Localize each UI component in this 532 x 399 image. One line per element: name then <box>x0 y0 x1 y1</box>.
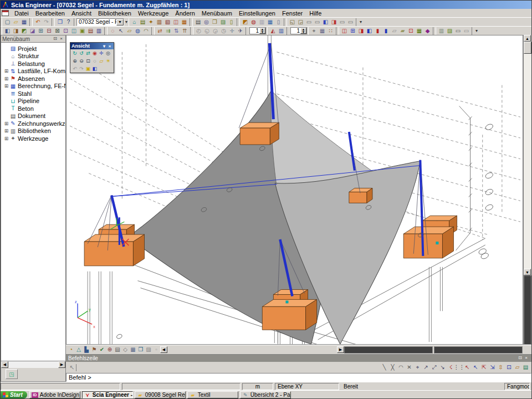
array-icon[interactable]: ◫ <box>70 27 78 35</box>
window-2-icon[interactable]: ▭ <box>313 18 321 26</box>
split-view-icon[interactable]: ◧ <box>321 18 330 26</box>
close-icon[interactable]: × <box>523 355 529 361</box>
menu-item[interactable]: Ansicht <box>68 9 95 17</box>
plane-1-icon[interactable]: ◴ <box>195 27 203 35</box>
undo-icon[interactable]: ↶ <box>34 18 42 26</box>
viewport-vertical-scrollbar[interactable]: ▲ ▼ <box>523 35 531 345</box>
print-icon[interactable]: ▤ <box>194 18 202 26</box>
wall-icon[interactable]: ▰ <box>398 27 407 35</box>
offset-icon[interactable]: ▣ <box>78 27 86 35</box>
menu-item[interactable]: Bibliotheken <box>95 9 135 17</box>
tree-item[interactable]: ⊞ ⚑ Absenzen <box>3 75 65 83</box>
calculator-icon[interactable]: ◩ <box>241 18 249 26</box>
levels-icon[interactable]: ▦ <box>266 18 274 26</box>
strip-scroll-left-icon[interactable]: ◀ <box>160 346 167 353</box>
snap-mid-icon[interactable]: ⤢ <box>430 364 438 371</box>
select-cursor-icon[interactable]: ↖ <box>117 27 125 35</box>
tree-item[interactable]: ⊞ ▦ Berechnung, FE-Netz <box>3 83 65 90</box>
perspective-icon[interactable]: ◧ <box>91 65 98 72</box>
move-copy-icon[interactable]: ⇄ <box>156 27 164 35</box>
mesh-icon[interactable]: ▦ <box>415 27 423 35</box>
status-unit[interactable]: m <box>242 383 273 390</box>
beam-4-icon[interactable]: ◧ <box>365 27 374 35</box>
expand-icon[interactable]: ⊞ <box>3 76 9 81</box>
snap-list-icon[interactable]: ▤ <box>521 364 530 371</box>
scale-icon[interactable]: ⊞ <box>37 27 45 35</box>
plane-3-icon[interactable]: ◶ <box>211 27 219 35</box>
tree-item[interactable]: ≣ Stahl <box>3 90 65 98</box>
plane-4-icon[interactable]: ◷ <box>219 27 228 35</box>
cascade-icon[interactable]: ▭ <box>338 18 346 26</box>
spinner-arrows-icon[interactable]: ▲▼ <box>259 28 265 34</box>
snap-k-icon[interactable]: ↖ <box>472 364 480 371</box>
expand-icon[interactable]: ⊞ <box>3 128 9 134</box>
toolbar-overflow-icon[interactable]: ▾ <box>124 19 129 24</box>
layers-icon[interactable]: ▤ <box>139 18 147 26</box>
tree-item[interactable]: ⊞ ✦ Werkzeuge <box>3 135 65 142</box>
zoom-dynamic-icon[interactable]: ◎ <box>105 50 111 57</box>
pan-icon[interactable]: ✛ <box>98 50 105 57</box>
database-icon[interactable]: ▧ <box>163 18 172 26</box>
dark-hscroll-thumb-2[interactable] <box>434 346 523 354</box>
mdi-child-icon[interactable] <box>2 10 9 16</box>
label-off-icon[interactable]: ▭ <box>462 27 470 35</box>
move-icon[interactable]: ◨ <box>12 27 20 35</box>
status-snap-mode[interactable]: Fangmodu <box>504 383 530 390</box>
window-icon[interactable]: ❐ <box>56 18 64 26</box>
tree-item[interactable]: ⊞ ⇅ Lastfälle, LF-Kombinatior <box>3 68 65 75</box>
spinner-arrows-icon[interactable]: ▲▼ <box>300 28 306 34</box>
scroll-up-icon[interactable]: ▲ <box>524 35 531 42</box>
menu-item[interactable]: Menübaum <box>198 9 236 17</box>
orbit-icon[interactable]: ◉ <box>91 50 98 57</box>
snap-perp-icon[interactable]: ↘ <box>438 364 447 371</box>
zoom-selection-icon[interactable]: ◌ <box>91 58 98 64</box>
duplicate-icon[interactable]: ⇉ <box>164 27 172 35</box>
beam-3-icon[interactable]: ◨ <box>357 27 365 35</box>
start-button[interactable]: Start <box>1 391 27 398</box>
scroll-down-icon[interactable]: ▼ <box>524 269 531 275</box>
polyline-tool-icon[interactable]: ╳ <box>388 364 397 371</box>
menu-item[interactable]: Werkzeuge <box>135 9 172 17</box>
expand-icon[interactable]: ⊞ <box>3 83 9 89</box>
support-icon[interactable]: ◆ <box>423 27 432 35</box>
tile-view-icon[interactable]: ◨ <box>330 18 338 26</box>
fillet-icon[interactable]: ▤ <box>86 27 95 35</box>
tree-item[interactable]: ▤ Dokument <box>3 112 65 120</box>
select-poly-icon[interactable]: ▱ <box>125 27 134 35</box>
snap-z-icon[interactable]: ⇳ <box>497 364 505 371</box>
zoom-window-icon[interactable]: ⊡ <box>85 58 91 64</box>
expand-icon[interactable]: ⊞ <box>3 121 9 126</box>
full-view-icon[interactable]: ▭ <box>346 18 355 26</box>
screen-icon[interactable]: ❒ <box>137 346 145 354</box>
menu-item[interactable]: Datei <box>11 9 32 17</box>
restore-view-icon[interactable]: ◲ <box>296 18 305 26</box>
layer-up-icon[interactable]: ◭ <box>269 27 277 35</box>
dark-scrollbar-thumb[interactable] <box>524 275 531 345</box>
layer-combo-icon[interactable]: ▥ <box>277 27 285 35</box>
snap-table-icon[interactable]: ▱ <box>513 364 521 371</box>
scroll-left-icon[interactable]: ◀ <box>1 361 8 368</box>
gallery-icon[interactable]: ❒ <box>211 18 219 26</box>
snap-end-icon[interactable]: ↗ <box>422 364 430 371</box>
ucs-icon[interactable]: ✛ <box>228 27 236 35</box>
table-icon[interactable]: ◫ <box>172 18 180 26</box>
section-icon[interactable]: ▙ <box>83 346 90 354</box>
task-button[interactable]: ▰ Textil <box>187 391 238 398</box>
column-2-icon[interactable]: ▮ <box>382 27 390 35</box>
extend-icon[interactable]: ⊡ <box>62 27 70 35</box>
open-view-icon[interactable]: ▱ <box>98 58 105 64</box>
dot-grid-icon[interactable]: ∷ <box>326 27 335 35</box>
zoom-in-icon[interactable]: ⊕ <box>71 58 78 64</box>
model-viewport[interactable]: z y x Ansicht ▾ × <box>66 35 523 345</box>
rotate-view-icon[interactable]: ↻ <box>71 50 78 57</box>
render-icon[interactable]: ▨ <box>446 27 454 35</box>
pin-icon[interactable]: ⊡ <box>517 355 523 361</box>
rotate-back-icon[interactable]: ↺ <box>78 50 85 57</box>
shade-icon[interactable]: ▨ <box>145 346 152 354</box>
results-icon[interactable]: ▥ <box>258 18 266 26</box>
prev-view-icon[interactable]: ↶ <box>71 65 78 72</box>
menu-item[interactable]: Bearbeiten <box>32 9 68 17</box>
next-view-icon[interactable]: ↷ <box>78 65 85 72</box>
info-icon[interactable]: ▯ <box>274 18 283 26</box>
redo-icon[interactable]: ↷ <box>42 18 50 26</box>
